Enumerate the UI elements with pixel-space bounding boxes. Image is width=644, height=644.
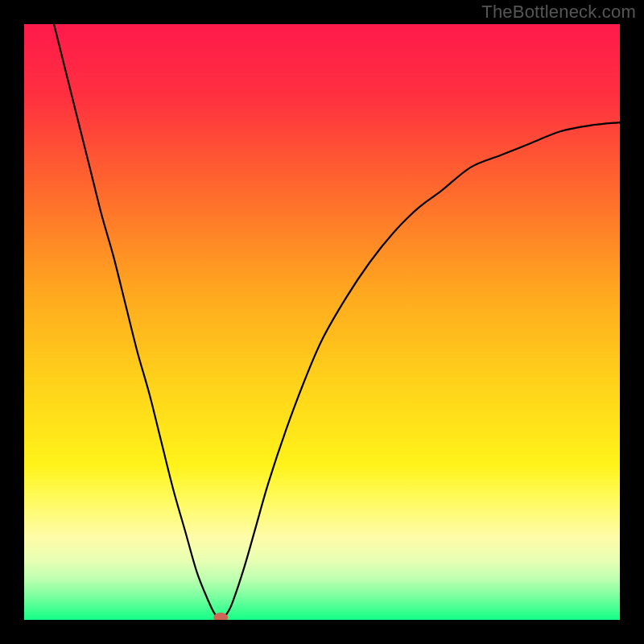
watermark-text: TheBottleneck.com <box>481 2 636 23</box>
plot-area <box>24 24 620 620</box>
gradient-background <box>24 24 620 620</box>
chart-frame: TheBottleneck.com <box>0 0 644 644</box>
chart-svg <box>24 24 620 620</box>
